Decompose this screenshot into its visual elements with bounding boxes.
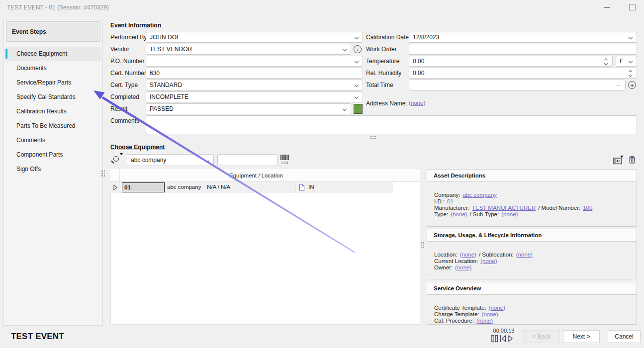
certificate-template-label: Certificate Template: — [434, 305, 486, 311]
equipment-location-cell[interactable]: N/A / N/A — [207, 184, 230, 190]
window-title: TEST EVENT - 01 (Session: #470329) — [7, 4, 109, 11]
document-icon[interactable] — [299, 184, 305, 191]
cert-number-label: Cert. Number — [110, 70, 146, 77]
cert-type-combobox[interactable]: STANDARD — [146, 80, 363, 90]
total-time-label: Total Time — [366, 82, 393, 88]
spinner-icon[interactable] — [629, 70, 633, 78]
row-expand-icon[interactable] — [113, 184, 118, 190]
subtype-label: / Sub-Type: — [469, 211, 499, 217]
rel-humidity-stepper[interactable]: 0.00 — [409, 68, 637, 79]
work-order-input[interactable] — [409, 44, 637, 55]
chevron-down-icon[interactable] — [343, 47, 347, 51]
browse-ellipsis-icon[interactable]: ... — [616, 81, 621, 87]
event-name-title: TEST EVENT — [11, 332, 64, 342]
equipment-id-cell[interactable]: 01 — [122, 182, 165, 192]
company-label: Company: — [434, 192, 460, 198]
type-label: Type: — [434, 211, 448, 217]
maximize-icon[interactable] — [629, 4, 636, 10]
equipment-location-column-header[interactable]: Equipment / Location — [119, 169, 393, 182]
chevron-down-icon[interactable] — [629, 59, 633, 63]
vendor-combobox[interactable]: TEST VENDOR — [146, 44, 351, 55]
sidebar-item-documents[interactable]: Documents — [5, 61, 101, 75]
current-location-link[interactable]: (none) — [480, 258, 497, 264]
cal-procedure-label: Cal. Procedure: — [434, 318, 474, 324]
asset-descriptions-card: Asset Descriptions Company: abc company … — [427, 169, 637, 227]
total-time-input[interactable]: ... — [409, 80, 626, 90]
barcode-icon[interactable]: 123 — [280, 155, 290, 165]
chevron-down-icon[interactable] — [343, 107, 347, 111]
id-link[interactable]: 01 — [447, 198, 454, 204]
owner-link[interactable]: (none) — [455, 264, 471, 270]
chevron-down-icon[interactable] — [355, 83, 359, 87]
search-icon[interactable] — [113, 156, 119, 162]
sidebar-item-sign-offs[interactable]: Sign Offs — [5, 162, 101, 176]
sidebar-item-parts-to-be-measured[interactable]: Parts To Be Measured — [5, 119, 101, 133]
cert-number-input[interactable]: 630 — [146, 68, 363, 79]
certificate-template-link[interactable]: (none) — [489, 305, 505, 311]
sidebar-item-choose-equipment[interactable]: Choose Equipment — [5, 47, 101, 61]
completed-label: Completed — [110, 93, 139, 100]
po-number-combobox[interactable] — [146, 56, 363, 67]
table-row[interactable]: 01 abc company N/A / N/A IN — [110, 182, 393, 193]
manufacturer-label: Manufacturer: — [434, 205, 469, 211]
sidebar-item-calibration-results[interactable]: Calibration Results — [5, 104, 101, 118]
result-combobox[interactable]: PASSED — [146, 103, 351, 114]
chevron-down-icon[interactable] — [205, 159, 209, 163]
completed-combobox[interactable]: INCOMPLETE — [146, 91, 363, 102]
result-label: Result — [110, 105, 127, 112]
address-name-link[interactable]: (none) — [409, 100, 425, 106]
search-options-caret-icon[interactable] — [120, 153, 123, 155]
play-icon — [509, 336, 512, 342]
service-overview-title: Service Overview — [427, 282, 637, 295]
sidebar-item-component-parts[interactable]: Component Parts — [5, 148, 101, 162]
charge-template-label: Charge Template: — [434, 311, 479, 317]
back-button[interactable]: < Back — [523, 330, 560, 343]
cancel-button[interactable]: Cancel — [608, 330, 641, 343]
sidebar-item-specify-cal-standards[interactable]: Specify Cal Standards — [5, 90, 101, 104]
manufacturer-link[interactable]: TEST MANUFACTURER — [472, 205, 536, 211]
spinner-icon[interactable] — [604, 58, 608, 66]
sublocation-label: / Sublocation: — [479, 252, 514, 258]
subtype-link[interactable]: (none) — [501, 211, 518, 217]
vendor-info-icon[interactable]: i — [354, 45, 362, 53]
vendor-label: Vendor — [110, 46, 129, 53]
po-number-label: P.O. Number — [110, 58, 144, 65]
chevron-down-icon[interactable] — [629, 35, 633, 39]
temperature-unit-select[interactable]: F — [616, 56, 637, 67]
sidebar-splitter-grip[interactable] — [101, 171, 105, 176]
temperature-stepper[interactable]: 0.00 — [409, 56, 613, 67]
sublocation-link[interactable]: (none) — [516, 252, 533, 258]
panel-splitter-grip[interactable] — [421, 242, 424, 248]
location-link[interactable]: (none) — [460, 252, 476, 258]
sidebar-item-service-repair-parts[interactable]: Service/Repair Parts — [5, 76, 101, 89]
id-label: I.D.: — [434, 198, 445, 204]
calibration-date-combobox[interactable]: 12/8/2023 — [409, 32, 637, 43]
location-label: Location: — [434, 252, 458, 258]
equipment-search-input[interactable] — [217, 154, 277, 166]
current-location-label: Current Location: — [434, 258, 478, 264]
delete-icon[interactable] — [628, 155, 636, 164]
column-chooser-icon[interactable] — [613, 155, 624, 165]
section-splitter-grip[interactable] — [370, 136, 376, 139]
address-name-label: Address Name: — [366, 100, 407, 107]
chevron-down-icon[interactable] — [355, 95, 359, 99]
type-link[interactable]: (none) — [451, 211, 467, 217]
company-filter-combobox[interactable]: abc company — [127, 154, 214, 166]
model-number-link[interactable]: 100 — [583, 205, 592, 211]
cal-procedure-link[interactable]: (none) — [476, 318, 493, 324]
performed-by-label: Performed By — [110, 34, 147, 41]
pause-icon — [492, 336, 497, 342]
equipment-status-cell[interactable]: IN — [308, 184, 314, 190]
performed-by-combobox[interactable]: JOHN DOE — [146, 32, 363, 43]
chevron-down-icon[interactable] — [355, 35, 359, 39]
minimize-icon[interactable] — [604, 7, 610, 8]
equipment-company-cell[interactable]: abc company — [167, 184, 201, 190]
charge-template-link[interactable]: (none) — [482, 311, 498, 317]
event-steps-title: Event Steps — [6, 21, 100, 42]
next-button[interactable]: Next > — [563, 330, 600, 343]
company-link[interactable]: abc company — [462, 192, 496, 198]
sidebar-item-comments[interactable]: Comments — [5, 133, 101, 147]
add-time-icon[interactable]: + — [628, 81, 636, 89]
comments-textarea[interactable] — [146, 115, 637, 134]
chevron-down-icon[interactable] — [355, 59, 359, 63]
